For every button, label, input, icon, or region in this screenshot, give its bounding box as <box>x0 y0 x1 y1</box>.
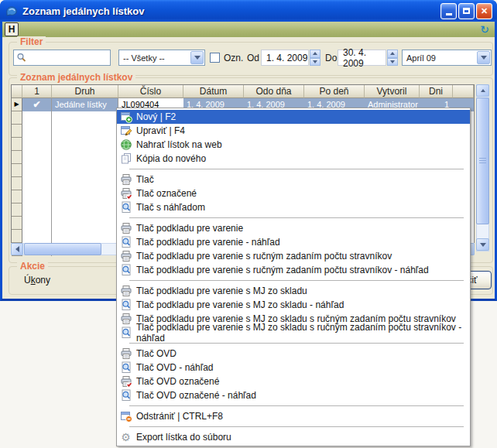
context-menu-item[interactable]: Tlač označené <box>117 186 470 200</box>
menu-item-label: Odstrániť | CTRL+F8 <box>136 411 223 422</box>
menu-item-label: Upraviť | F4 <box>136 125 185 136</box>
context-menu-item[interactable]: Nahrať lístok na web <box>117 138 470 152</box>
date-to-spinner[interactable] <box>387 50 398 66</box>
context-menu-item[interactable]: Tlač podkladu pre varenie s MJ zo skladu… <box>117 326 470 340</box>
cell-empty <box>52 177 118 190</box>
spin-up-icon[interactable] <box>387 50 398 58</box>
print-preview-icon <box>119 389 132 402</box>
column-header[interactable] <box>453 85 474 98</box>
filter-legend: Filter <box>17 36 46 47</box>
print-preview-icon <box>119 327 132 339</box>
date-to-field[interactable]: 30. 4. 2009 <box>338 50 386 66</box>
row-selector-cell <box>12 125 22 138</box>
to-label: Do <box>325 53 337 63</box>
export-gear-icon: ⚙ <box>119 431 132 443</box>
refresh-icon[interactable]: ↻ <box>478 22 492 36</box>
column-header[interactable]: Po deň <box>304 85 365 98</box>
column-header[interactable]: Vytvoril <box>365 85 420 98</box>
context-menu-item[interactable]: Tlač podkladu pre varenie s ručným zadan… <box>117 263 470 277</box>
context-menu-item[interactable]: Tlač podkladu pre varenie - náhľad <box>117 235 470 249</box>
context-menu-item[interactable]: Tlač s náhľadom <box>117 200 470 214</box>
context-menu-item[interactable]: Tlač OVD <box>117 347 470 361</box>
menu-item-label: Tlač OVD <box>136 348 177 359</box>
chevron-down-icon[interactable] <box>190 51 204 64</box>
printer-icon <box>119 250 132 262</box>
ozn-checkbox[interactable] <box>210 53 220 63</box>
scroll-up-icon[interactable] <box>476 84 489 97</box>
menu-item-label: Tlač podkladu pre varenie <box>136 223 243 234</box>
column-header[interactable]: Druh <box>52 85 118 98</box>
type-filter-value: -- Všetky -- <box>123 53 165 63</box>
print-preview-icon <box>119 299 132 311</box>
checked-icon[interactable]: ✔ <box>22 98 52 111</box>
cell-empty <box>52 164 118 177</box>
maximize-button[interactable] <box>458 3 475 19</box>
cell-empty <box>22 177 52 190</box>
printer-icon <box>119 222 132 234</box>
context-menu-item[interactable]: Kópia do nového <box>117 152 470 166</box>
context-menu-item[interactable]: Upraviť | F4 <box>117 124 470 138</box>
context-menu-item[interactable]: Odstrániť | CTRL+F8 <box>117 409 470 423</box>
context-menu-item[interactable]: Tlač OVD označené - náhľad <box>117 388 470 402</box>
menu-item-label: Tlač podkladu pre varenie s ručným zadan… <box>136 251 392 262</box>
menu-item-label: Tlač <box>136 174 154 185</box>
context-menu-item[interactable]: Tlač <box>117 173 470 186</box>
vertical-scroll-thumb[interactable] <box>476 97 489 224</box>
spin-down-icon[interactable] <box>387 58 398 67</box>
ukony-menu-button[interactable]: Úkony <box>24 275 50 286</box>
printer-icon <box>119 285 132 297</box>
context-menu-item[interactable]: Tlač podkladu pre varenie s MJ zo skladu <box>117 284 470 298</box>
cell-druh[interactable]: Jedálne lístky <box>52 98 118 111</box>
column-header[interactable]: Číslo <box>118 85 183 98</box>
menu-item-label: Tlač OVD označené - náhľad <box>136 390 256 401</box>
spin-up-icon[interactable] <box>310 50 320 58</box>
month-combo-value: Apríl 09 <box>406 53 436 63</box>
menu-item-label: Nahrať lístok na web <box>136 139 222 150</box>
row-selector-cell <box>12 164 22 177</box>
cell-empty <box>52 217 118 230</box>
upload-web-icon <box>119 139 132 151</box>
scroll-down-icon[interactable] <box>476 238 489 251</box>
context-menu-item[interactable]: Tlač OVD - náhľad <box>117 361 470 374</box>
horizontal-scroll-thumb[interactable] <box>24 243 101 255</box>
cell-empty <box>52 203 118 217</box>
column-header[interactable]: Dni <box>420 85 453 98</box>
close-button[interactable]: ✕ <box>476 3 492 19</box>
row-selector-icon[interactable]: ▶ <box>12 98 22 111</box>
spin-down-icon[interactable] <box>310 58 320 67</box>
printer-icon <box>119 173 132 186</box>
context-menu-item[interactable]: Tlač podkladu pre varenie s ručným zadan… <box>117 249 470 263</box>
printer-marked-icon <box>119 375 132 388</box>
list-legend: Zoznam jedálnych lístkov <box>17 72 135 83</box>
edit-icon <box>119 125 132 137</box>
search-input[interactable] <box>13 50 111 66</box>
month-combo[interactable]: Apríl 09 <box>402 50 492 66</box>
cell-empty <box>22 190 52 203</box>
column-header[interactable]: 1 <box>22 85 52 98</box>
date-from-field[interactable]: 1. 4. 2009 <box>261 50 309 66</box>
scroll-left-icon[interactable] <box>11 243 23 255</box>
menu-item-label: Tlač OVD - náhľad <box>136 362 214 373</box>
menu-item-label: Tlač OVD označené <box>136 376 219 387</box>
type-filter-combo[interactable]: -- Všetky -- <box>118 50 205 66</box>
row-selector-cell <box>12 203 22 217</box>
context-menu-item[interactable]: Tlač podkladu pre varenie s MJ zo skladu… <box>117 298 470 312</box>
column-header[interactable]: Odo dňa <box>244 85 304 98</box>
menu-separator <box>129 405 464 406</box>
minimize-button[interactable] <box>440 3 457 19</box>
menu-separator <box>129 426 464 427</box>
help-button[interactable]: H <box>5 22 19 36</box>
date-from-spinner[interactable] <box>310 50 320 66</box>
context-menu-item[interactable]: Tlač podkladu pre varenie <box>117 221 470 235</box>
cell-empty <box>22 125 52 138</box>
menu-separator <box>129 280 464 281</box>
context-menu-item[interactable]: Nový | F2 <box>117 110 470 124</box>
column-header[interactable]: Dátum <box>183 85 244 98</box>
chevron-down-icon[interactable] <box>477 51 490 64</box>
menu-item-label: Tlač podkladu pre varenie - náhľad <box>136 237 280 248</box>
column-header[interactable] <box>12 85 22 98</box>
menu-item-label: Tlač podkladu pre varenie s ručným zadan… <box>136 265 429 275</box>
context-menu-item[interactable]: ⚙Export lístka do súboru <box>117 430 470 444</box>
title-bar: Zoznam jedálnych lístkov ✕ <box>0 0 497 22</box>
context-menu-item[interactable]: Tlač OVD označené <box>117 374 470 388</box>
